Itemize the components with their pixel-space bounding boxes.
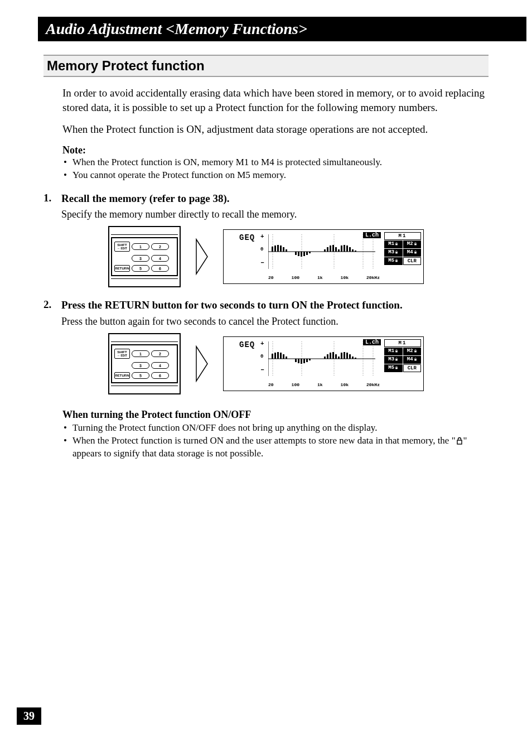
memory-cell-m3: M3	[384, 249, 403, 257]
keypad-button-3: 3	[132, 255, 149, 262]
keypad-device: SHIFT↔ EDIT 1 2 3 4 RETURN 5 6	[108, 333, 181, 394]
memory-grid: M1 M1 M2 M3 M4 M5 CLR	[384, 232, 421, 265]
svg-rect-19	[309, 252, 311, 253]
svg-rect-53	[301, 359, 302, 364]
svg-rect-48	[280, 353, 282, 359]
svg-rect-60	[332, 352, 334, 359]
svg-rect-33	[414, 244, 417, 245]
return-button: RETURN	[114, 265, 130, 272]
lcd-y-plus: +	[260, 233, 264, 240]
intro-paragraph-2: When the Protect function is ON, adjustm…	[62, 122, 489, 137]
svg-marker-0	[196, 239, 207, 274]
onoff-block: When turning the Protect function ON/OFF…	[62, 409, 489, 460]
memory-cell-m2: M2	[403, 348, 422, 355]
lock-icon	[395, 366, 398, 369]
svg-rect-73	[395, 367, 398, 369]
svg-rect-17	[303, 252, 305, 256]
step-description: Specify the memory number directly to re…	[61, 209, 489, 220]
memory-cell-m5: M5	[384, 257, 403, 265]
svg-rect-63	[341, 353, 342, 359]
memory-cell-m4: M4	[403, 249, 422, 257]
svg-rect-64	[344, 352, 345, 359]
memory-grid: M1 M1 M2 M3 M4 M5 CLR	[384, 339, 421, 372]
figure-row-1: SHIFT↔ EDIT 1 2 3 4 RETURN 5 6	[43, 226, 489, 287]
lock-icon	[414, 358, 417, 361]
figure-row-2: SHIFT↔ EDIT 1 2 3 4 RETURN 5 6	[43, 333, 489, 394]
lcd-channel-label: L.ch	[363, 232, 381, 238]
onoff-title: When turning the Protect function ON/OFF	[62, 409, 489, 421]
svg-rect-9	[274, 245, 276, 252]
keypad-button-2: 2	[151, 243, 169, 250]
svg-rect-30	[352, 249, 354, 252]
step-number: 1.	[43, 192, 61, 204]
keypad-button-6: 6	[151, 372, 169, 379]
svg-rect-25	[338, 249, 340, 252]
lock-icon	[414, 349, 417, 353]
svg-rect-62	[338, 357, 340, 359]
onoff-item: Turning the Protect function ON/OFF does…	[62, 422, 489, 435]
note-block: Note: When the Protect function is ON, m…	[62, 145, 489, 182]
shift-button: SHIFT↔ EDIT	[114, 349, 130, 359]
memory-cell-m1: M1	[384, 240, 403, 248]
note-item: You cannot operate the Protect function …	[62, 169, 489, 182]
svg-rect-72	[414, 359, 417, 360]
svg-rect-58	[327, 354, 328, 359]
svg-rect-10	[277, 245, 279, 252]
page-number: 39	[17, 707, 41, 725]
lock-icon	[395, 251, 398, 254]
svg-rect-66	[349, 354, 351, 359]
svg-rect-55	[306, 359, 308, 362]
svg-rect-26	[341, 245, 342, 252]
memory-cell-m1: M1	[384, 348, 403, 355]
lock-icon	[395, 242, 398, 245]
equalizer-graph	[268, 341, 375, 376]
lcd-display: GEQ + 0 – 201001k10	[223, 229, 424, 284]
lock-icon	[414, 242, 417, 245]
svg-marker-37	[196, 346, 207, 381]
svg-rect-56	[309, 359, 311, 360]
section-heading: Memory Protect function	[43, 55, 489, 77]
svg-rect-23	[332, 245, 334, 252]
svg-rect-21	[327, 247, 328, 252]
step-title: Recall the memory (refer to page 38).	[61, 192, 230, 206]
step-number: 2.	[43, 298, 61, 311]
svg-rect-32	[395, 244, 398, 245]
onoff-item: When the Protect function is turned ON a…	[62, 435, 489, 460]
keypad-button-1: 1	[132, 243, 149, 250]
keypad-button-5: 5	[132, 372, 149, 379]
step-title: Press the RETURN button for two seconds …	[61, 298, 403, 312]
keypad-device: SHIFT↔ EDIT 1 2 3 4 RETURN 5 6	[108, 226, 181, 287]
svg-rect-35	[414, 252, 417, 254]
step-2: 2. Press the RETURN button for two secon…	[43, 298, 489, 328]
memory-cell-m2: M2	[403, 240, 422, 248]
lock-icon	[395, 358, 398, 361]
equalizer-graph	[268, 234, 375, 269]
svg-rect-61	[335, 354, 337, 359]
keypad-button-1: 1	[132, 350, 149, 357]
arrow-icon	[194, 237, 210, 276]
lock-icon	[395, 259, 398, 262]
svg-rect-74	[457, 440, 462, 444]
svg-rect-45	[272, 354, 273, 359]
svg-rect-71	[395, 359, 398, 360]
memory-cell-m3: M3	[384, 356, 403, 364]
step-description: Press the button again for two seconds t…	[61, 316, 489, 328]
lcd-y-zero: 0	[260, 247, 263, 252]
svg-rect-34	[395, 252, 398, 254]
svg-rect-18	[306, 252, 308, 255]
memory-cell-m5: M5	[384, 364, 403, 372]
memory-cell-clr: CLR	[403, 257, 422, 265]
svg-rect-11	[280, 245, 282, 252]
keypad-button-6: 6	[151, 265, 169, 272]
svg-rect-51	[295, 359, 297, 362]
keypad-button-3: 3	[132, 362, 149, 369]
note-title: Note:	[62, 145, 489, 156]
lcd-x-axis: 201001k10k20kHz	[268, 275, 380, 280]
svg-rect-68	[355, 358, 356, 359]
lcd-channel-label: L.ch	[363, 339, 381, 345]
lcd-geq-label: GEQ	[239, 233, 255, 242]
lcd-geq-label: GEQ	[239, 340, 255, 349]
arrow-icon	[194, 344, 210, 383]
keypad-button-4: 4	[151, 362, 169, 369]
svg-rect-12	[283, 247, 284, 252]
